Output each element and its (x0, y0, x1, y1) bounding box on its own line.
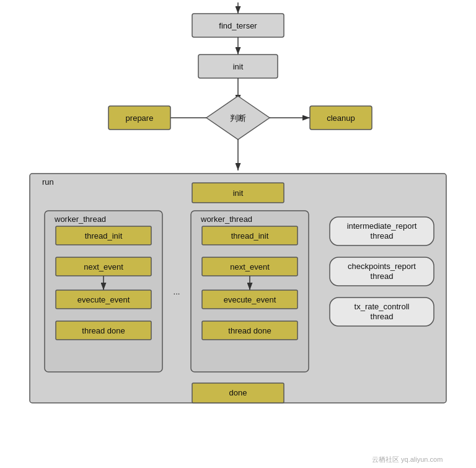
worker2-label: worker_thread (200, 214, 252, 224)
checkpoints-report-label1: checkpoints_report (348, 262, 416, 271)
run-done-label: done (229, 388, 247, 397)
worker2-execute-event-label: evecute_event (224, 295, 276, 304)
worker1-next-event-label: next_event (84, 262, 123, 272)
intermediate-report-label2: thread (371, 231, 394, 241)
init-top-label: init (233, 62, 244, 71)
worker2-next-event-label: next_event (230, 262, 270, 272)
find-terser-label: find_terser (219, 21, 257, 30)
worker1-thread-done-label: thread done (82, 326, 125, 335)
run-label: run (42, 177, 54, 187)
tx-rate-label2: thread (371, 312, 394, 321)
diagram-container: find_terser init 判断 prepare cleanup run … (0, 0, 476, 468)
worker2-thread-done-label: thread done (228, 326, 271, 335)
watermark: 云栖社区 yq.aliyun.com (372, 456, 443, 463)
worker1-execute-event-label: evecute_event (77, 295, 130, 304)
cleanup-label: cleanup (327, 113, 355, 123)
worker1-thread-init-label: thread_init (85, 231, 123, 241)
prepare-label: prepare (126, 113, 154, 123)
judge-label: 判断 (230, 113, 246, 123)
run-init-label: init (233, 188, 244, 198)
worker2-thread-init-label: thread_init (231, 231, 269, 241)
tx-rate-label1: tx_rate_controll (355, 302, 410, 311)
checkpoints-report-label2: thread (371, 272, 394, 281)
ellipsis-label: ... (174, 287, 180, 296)
worker1-label: worker_thread (54, 214, 106, 224)
intermediate-report-label1: intermediate_report (347, 221, 417, 231)
